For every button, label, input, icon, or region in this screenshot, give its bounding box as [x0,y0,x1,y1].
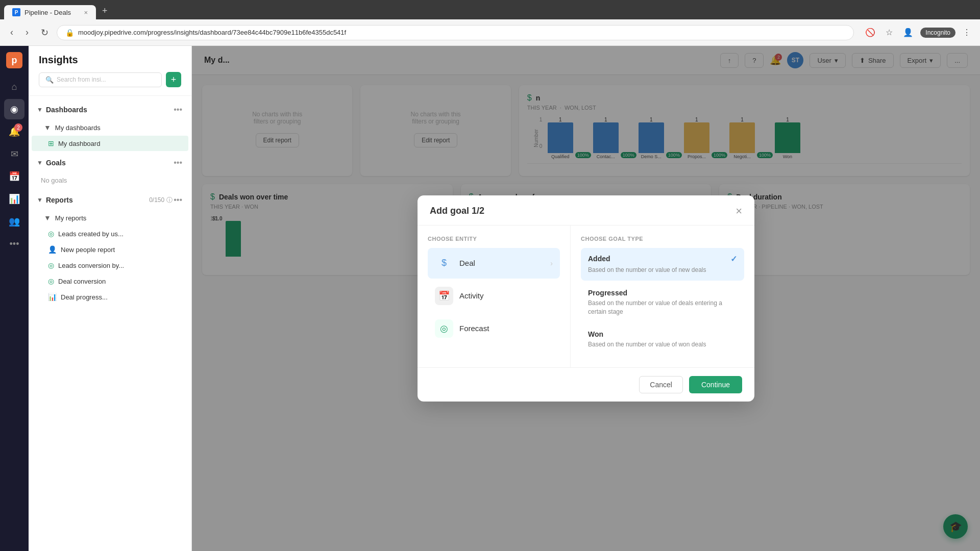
panel-title: Insights [39,54,181,66]
modal-title: Add goal 1/2 [430,206,484,216]
panel-search: 🔍 Search from insi... + [39,72,181,87]
refresh-btn[interactable]: ↻ [37,25,53,40]
choose-entity-label: CHOOSE ENTITY [428,236,560,242]
added-desc: Based on the number or value of new deal… [588,266,737,274]
main-content: My d... ↑ ? 🔔 2 ST User ▾ ⬆ Share Export… [192,46,980,551]
report-item-2[interactable]: ◎ Leads conversion by... [32,258,188,273]
cancel-button[interactable]: Cancel [639,376,683,393]
modal-goal-type-panel: CHOOSE GOAL TYPE Added ✓ Based on the nu… [571,226,754,367]
incognito-badge: Incognito [920,28,955,38]
tab-close-btn[interactable]: × [84,9,88,16]
reports-header[interactable]: ▼ Reports 0/150 ⓘ ••• [29,190,191,210]
report-item-3[interactable]: ◎ Deal conversion [32,273,188,289]
reports-section: ▼ Reports 0/150 ⓘ ••• ▼ My reports ◎ Lea… [29,190,191,305]
tab-title: Pipeline - Deals [24,9,71,16]
report-0-icon: ◎ [48,230,54,238]
goals-header[interactable]: ▼ Goals ••• [29,153,191,172]
dashboards-arrow: ▼ [37,106,43,113]
rail-reports-icon[interactable]: 📊 [4,189,24,209]
deal-label: Deal [459,259,544,267]
modal-header: Add goal 1/2 × [418,195,754,226]
search-placeholder: Search from insi... [57,76,106,83]
browser-chrome: P Pipeline - Deals × + ‹ › ↻ 🔒 moodjoy.p… [0,0,980,46]
rail-insights-icon[interactable]: ◉ [4,99,24,119]
url-text: moodjoy.pipedrive.com/progress/insights/… [78,29,845,36]
modal-body: CHOOSE ENTITY $ Deal › 📅 Activity [418,226,754,367]
add-goal-modal: Add goal 1/2 × CHOOSE ENTITY $ Deal › [418,195,754,402]
added-name: Added ✓ [588,254,737,264]
report-item-0[interactable]: ◎ Leads created by us... [32,226,188,241]
report-item-1[interactable]: 👤 New people report [32,242,188,257]
choose-goal-type-label: CHOOSE GOAL TYPE [581,236,744,242]
continue-button[interactable]: Continue [689,376,742,393]
dashboards-header[interactable]: ▼ Dashboards ••• [29,100,191,119]
entity-deal[interactable]: $ Deal › [428,248,560,279]
modal-footer: Cancel Continue [418,367,754,402]
entity-activity[interactable]: 📅 Activity [428,281,560,311]
my-reports-label: My reports [55,214,86,222]
report-3-icon: ◎ [48,277,54,285]
reports-arrow: ▼ [37,196,43,204]
left-panel-header: Insights 🔍 Search from insi... + [29,46,191,96]
report-2-icon: ◎ [48,261,54,269]
modal-overlay: Add goal 1/2 × CHOOSE ENTITY $ Deal › [192,46,980,551]
my-reports-arrow: ▼ [44,214,51,222]
forward-btn[interactable]: › [21,25,33,40]
rail-home-icon[interactable]: ⌂ [4,77,24,97]
my-dashboard-item[interactable]: ⊞ My dashboard [32,136,188,151]
goals-section: ▼ Goals ••• No goals [29,153,191,188]
dashboards-label: Dashboards [46,106,173,114]
report-1-label: New people report [61,246,115,254]
report-item-4[interactable]: 📊 Deal progress... [32,289,188,305]
rail-contacts-icon[interactable]: 👥 [4,211,24,232]
rail-calendar-icon[interactable]: 📅 [4,166,24,187]
rail-more-icon[interactable]: ••• [4,234,24,254]
dashboards-more-btn[interactable]: ••• [173,104,183,115]
report-4-label: Deal progress... [61,293,108,301]
deal-arrow: › [550,259,553,267]
rail-alerts-icon[interactable]: 🔔 2 [4,121,24,142]
back-btn[interactable]: ‹ [6,25,17,40]
modal-entity-panel: CHOOSE ENTITY $ Deal › 📅 Activity [418,226,571,367]
notification-badge: 2 [14,123,22,132]
rail-mail-icon[interactable]: ✉ [4,144,24,164]
search-box[interactable]: 🔍 Search from insi... [39,72,162,87]
entity-forecast[interactable]: ◎ Forecast [428,313,560,344]
my-dashboards-item[interactable]: ▼ My dashboards [32,120,188,135]
dashboard-icon: ⊞ [48,139,54,147]
sidebar-content: ▼ Dashboards ••• ▼ My dashboards ⊞ My da… [29,96,191,551]
tab-favicon: P [12,8,20,16]
no-goals-text: No goals [29,172,191,188]
report-2-label: Leads conversion by... [58,262,124,269]
browser-actions: 🚫 ☆ 👤 Incognito ⋮ [862,26,974,39]
reports-info-icon: ⓘ [166,196,173,205]
no-image-btn[interactable]: 🚫 [862,26,878,39]
add-button[interactable]: + [166,72,181,87]
goals-more-btn[interactable]: ••• [173,157,183,168]
address-bar[interactable]: 🔒 moodjoy.pipedrive.com/progress/insight… [57,25,854,40]
app-logo: p [6,52,22,68]
won-desc: Based on the number or value of won deal… [588,340,737,349]
modal-close-btn[interactable]: × [736,206,742,217]
chevron-icon: ▼ [44,123,51,132]
profile-btn[interactable]: 👤 [900,26,916,39]
browser-tabs: P Pipeline - Deals × + [0,0,980,19]
reports-more-btn[interactable]: ••• [173,194,183,206]
dashboards-section: ▼ Dashboards ••• ▼ My dashboards ⊞ My da… [29,100,191,151]
reports-label: Reports [46,196,149,204]
browser-toolbar: ‹ › ↻ 🔒 moodjoy.pipedrive.com/progress/i… [0,19,980,46]
goals-arrow: ▼ [37,159,43,166]
won-label: Won [588,330,603,338]
goal-type-won[interactable]: Won Based on the number or value of won … [581,324,744,355]
won-name: Won [588,330,737,338]
my-reports-item[interactable]: ▼ My reports [32,210,188,226]
activity-label: Activity [459,291,553,300]
menu-btn[interactable]: ⋮ [960,26,974,39]
new-tab-btn[interactable]: + [97,3,113,19]
active-tab[interactable]: P Pipeline - Deals × [4,5,96,19]
goal-type-progressed[interactable]: Progressed Based on the number or value … [581,283,744,322]
bookmark-btn[interactable]: ☆ [883,26,896,39]
report-4-icon: 📊 [48,293,57,301]
goal-type-added[interactable]: Added ✓ Based on the number or value of … [581,248,744,281]
report-1-icon: 👤 [48,245,57,254]
